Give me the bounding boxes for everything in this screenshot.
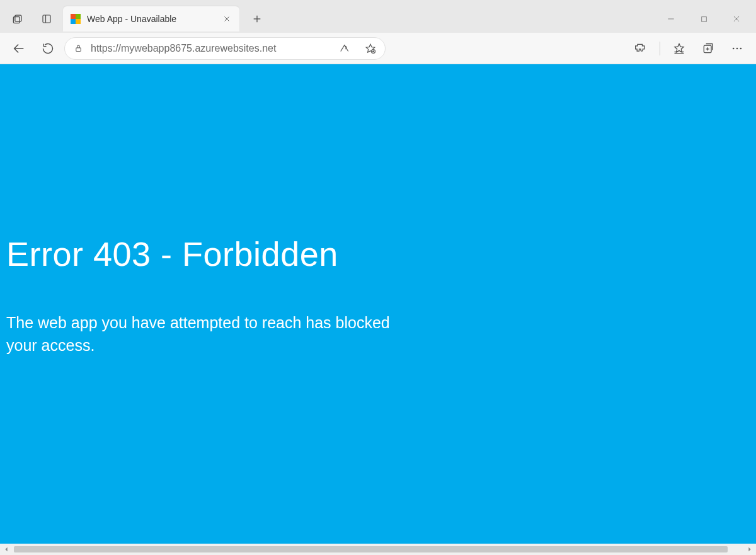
menu-icon[interactable]	[724, 36, 750, 61]
back-button[interactable]	[6, 36, 32, 61]
scroll-track[interactable]	[14, 545, 742, 554]
svg-point-26	[736, 47, 738, 49]
new-tab-button[interactable]	[246, 8, 268, 30]
page-content: Error 403 - Forbidden The web app you ha…	[0, 64, 756, 544]
svg-rect-0	[15, 15, 21, 21]
tab-title: Web App - Unavailable	[87, 14, 214, 24]
lock-icon[interactable]	[74, 43, 83, 53]
extensions-icon[interactable]	[628, 36, 653, 61]
toolbar	[0, 33, 756, 64]
svg-rect-9	[701, 16, 706, 21]
favorites-icon[interactable]	[667, 36, 692, 61]
close-tab-button[interactable]	[220, 13, 233, 25]
url-input[interactable]	[91, 43, 327, 54]
svg-point-27	[740, 47, 742, 49]
window-close-button[interactable]	[722, 6, 751, 31]
collections-icon[interactable]	[696, 36, 721, 61]
error-heading: Error 403 - Forbidden	[6, 234, 750, 273]
vertical-tabs-icon[interactable]	[34, 6, 59, 31]
scroll-thumb[interactable]	[14, 546, 728, 552]
svg-rect-2	[43, 15, 50, 23]
tab-actions-icon[interactable]	[5, 6, 30, 31]
svg-rect-13	[76, 48, 81, 52]
svg-marker-18	[675, 43, 684, 52]
read-aloud-icon[interactable]	[335, 39, 353, 58]
microsoft-favicon-icon	[71, 14, 81, 24]
window-maximize-button[interactable]	[689, 6, 718, 31]
refresh-button[interactable]	[35, 36, 60, 61]
tab-strip: Web App - Unavailable	[0, 0, 756, 33]
svg-marker-29	[748, 547, 750, 552]
window-minimize-button[interactable]	[656, 6, 685, 31]
toolbar-divider	[660, 42, 660, 55]
scroll-right-arrow-icon[interactable]	[745, 544, 755, 554]
favorite-icon[interactable]	[361, 39, 380, 58]
address-bar[interactable]	[64, 37, 386, 60]
svg-marker-28	[5, 547, 7, 552]
browser-tab[interactable]: Web App - Unavailable	[63, 6, 239, 31]
error-message: The web app you have attempted to reach …	[6, 311, 416, 357]
svg-point-25	[733, 47, 735, 49]
svg-rect-1	[13, 17, 20, 23]
scroll-left-arrow-icon[interactable]	[1, 544, 11, 554]
horizontal-scrollbar[interactable]	[0, 544, 756, 555]
